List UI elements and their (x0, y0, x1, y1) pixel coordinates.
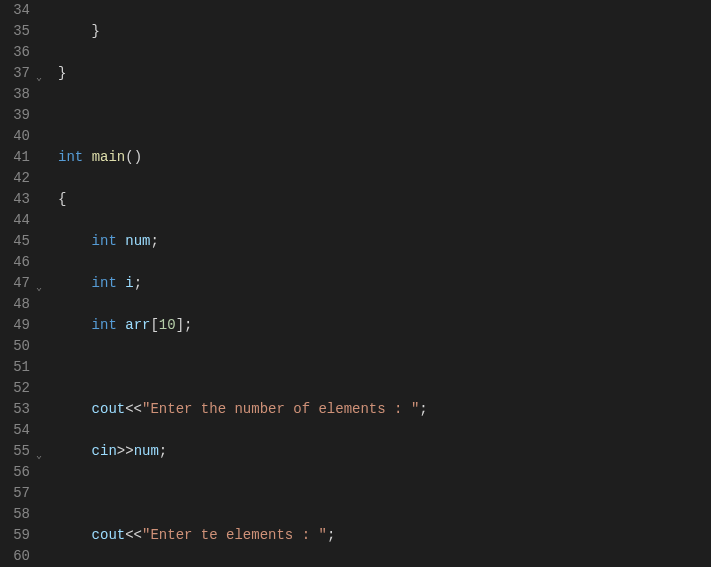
line-number: 37⌄ (10, 63, 30, 84)
line-number: 35 (10, 21, 30, 42)
line-number-gutter: 34 35 36 37⌄ 38 39 40 41 42 43 44 45 46 … (0, 0, 40, 567)
code-line[interactable]: } (58, 21, 478, 42)
line-number: 58 (10, 504, 30, 525)
line-number: 44 (10, 210, 30, 231)
line-number: 60 (10, 546, 30, 567)
line-number: 34 (10, 0, 30, 21)
code-line[interactable]: int main() (58, 147, 478, 168)
code-line[interactable]: int arr[10]; (58, 315, 478, 336)
line-number: 40 (10, 126, 30, 147)
code-content[interactable]: } } int main() { int num; int i; int arr… (40, 0, 478, 567)
line-number: 43 (10, 189, 30, 210)
line-number: 48 (10, 294, 30, 315)
line-number: 42 (10, 168, 30, 189)
code-editor[interactable]: 34 35 36 37⌄ 38 39 40 41 42 43 44 45 46 … (0, 0, 711, 567)
code-line[interactable]: cin>>num; (58, 441, 478, 462)
line-number: 54 (10, 420, 30, 441)
chevron-down-icon[interactable]: ⌄ (30, 277, 42, 289)
line-number: 50 (10, 336, 30, 357)
line-number: 45 (10, 231, 30, 252)
code-line[interactable] (58, 105, 478, 126)
line-number: 36 (10, 42, 30, 63)
chevron-down-icon[interactable]: ⌄ (30, 67, 42, 79)
line-number: 39 (10, 105, 30, 126)
line-number: 53 (10, 399, 30, 420)
code-line[interactable]: int num; (58, 231, 478, 252)
line-number: 49 (10, 315, 30, 336)
line-number: 52 (10, 378, 30, 399)
line-number: 55⌄ (10, 441, 30, 462)
line-number: 41 (10, 147, 30, 168)
code-line[interactable]: int i; (58, 273, 478, 294)
code-line[interactable] (58, 357, 478, 378)
line-number: 56 (10, 462, 30, 483)
code-line[interactable] (58, 483, 478, 504)
line-number: 46 (10, 252, 30, 273)
code-line[interactable]: } (58, 63, 478, 84)
code-line[interactable]: cout<<"Enter the number of elements : "; (58, 399, 478, 420)
chevron-down-icon[interactable]: ⌄ (30, 445, 42, 457)
code-line[interactable]: { (58, 189, 478, 210)
line-number: 38 (10, 84, 30, 105)
line-number: 51 (10, 357, 30, 378)
line-number: 47⌄ (10, 273, 30, 294)
line-number: 59 (10, 525, 30, 546)
code-line[interactable]: cout<<"Enter te elements : "; (58, 525, 478, 546)
line-number: 57 (10, 483, 30, 504)
